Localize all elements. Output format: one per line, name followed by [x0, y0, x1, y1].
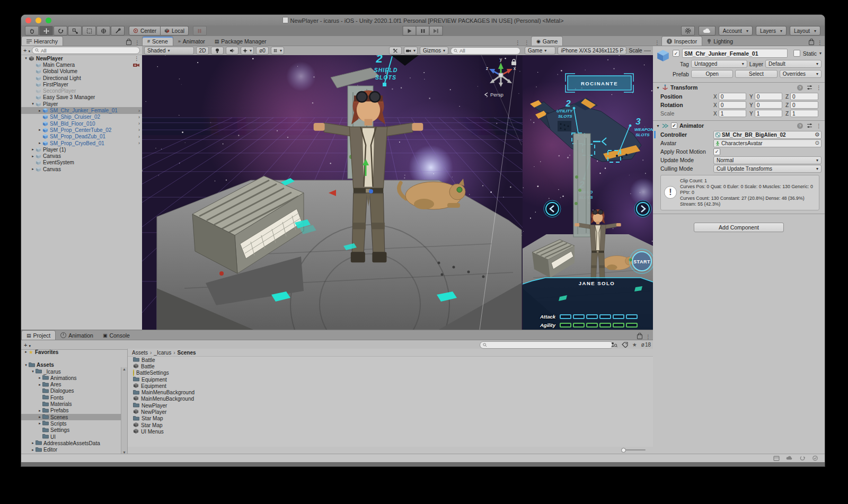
- create-asset-button[interactable]: + ▾: [24, 342, 31, 348]
- favorites-filter-icon[interactable]: ★: [632, 342, 637, 348]
- layers-dropdown[interactable]: Layers: [756, 26, 787, 36]
- hierarchy-item[interactable]: SecondPlayer › ⋮: [21, 87, 142, 94]
- next-character-button[interactable]: [634, 200, 651, 217]
- layer-dropdown[interactable]: Default▾: [765, 60, 822, 68]
- asset-item[interactable]: Equipment: [128, 383, 653, 389]
- activity-check-icon[interactable]: [812, 455, 818, 461]
- prev-character-button[interactable]: [544, 200, 561, 217]
- rect-tool-button[interactable]: [82, 26, 96, 36]
- tree-scrollbar[interactable]: ▲▼: [121, 367, 127, 454]
- foldout-arrow-icon[interactable]: [30, 154, 36, 158]
- tab-animation[interactable]: Animation: [56, 331, 98, 340]
- project-tree-item[interactable]: Dialogues: [21, 388, 127, 394]
- project-tree-item[interactable]: Animations: [21, 375, 127, 381]
- tag-dropdown[interactable]: Untagged▾: [691, 60, 747, 68]
- tab-inspector[interactable]: i Inspector: [661, 36, 702, 46]
- hierarchy-item[interactable]: EventSystem › ⋮: [21, 160, 142, 166]
- foldout-arrow-icon[interactable]: [37, 128, 42, 132]
- component-menu-icon[interactable]: ⋮: [816, 85, 822, 91]
- scene-search-input[interactable]: All: [450, 47, 520, 55]
- avatar-field[interactable]: CharactersAvatar ⊙: [713, 139, 822, 147]
- tab-game[interactable]: ◉Game: [531, 36, 563, 46]
- axis-label[interactable]: X: [713, 111, 717, 117]
- project-tree-item[interactable]: AddressableAssetsData: [21, 440, 127, 446]
- hierarchy-item[interactable]: Easy Save 3 Manager › ⋮: [21, 94, 142, 101]
- component-menu-icon[interactable]: ⋮: [816, 123, 822, 129]
- project-tree-item[interactable]: Settings: [21, 427, 127, 434]
- hierarchy-search-input[interactable]: All: [32, 47, 140, 54]
- hidden-count-badge[interactable]: 18: [641, 342, 651, 348]
- prefab-chevron-icon[interactable]: ›: [138, 127, 140, 132]
- project-tree-item[interactable]: Ares: [21, 381, 127, 387]
- transform-position-y-field[interactable]: 0: [755, 93, 782, 100]
- hierarchy-item[interactable]: SM_Ship_Cruiser_02 › ⋮: [21, 114, 142, 120]
- transform-tool-button[interactable]: [96, 26, 110, 36]
- axis-label[interactable]: Z: [785, 94, 789, 100]
- tab-scene[interactable]: #Scene: [142, 36, 173, 46]
- scene-lighting-toggle[interactable]: [211, 47, 224, 55]
- scene-camera-dropdown[interactable]: [404, 47, 418, 55]
- foldout-arrow-icon[interactable]: [23, 350, 29, 354]
- hierarchy-item[interactable]: Main Camera › ⋮: [21, 61, 142, 68]
- project-tree-item[interactable]: Editor: [21, 446, 127, 453]
- project-tree-item[interactable]: Assets: [21, 362, 127, 368]
- tab-console[interactable]: ▣Console: [98, 331, 135, 340]
- foldout-arrow-icon[interactable]: [37, 409, 42, 413]
- layout-dropdown[interactable]: Layout: [790, 26, 820, 36]
- object-name-field[interactable]: SM_Chr_Junker_Female_01: [682, 49, 788, 58]
- thumbnail-zoom-slider[interactable]: [621, 448, 646, 452]
- controller-field[interactable]: SM_Chr_BR_BigAlien_02 ⊙: [713, 131, 822, 139]
- asset-item[interactable]: Star Map: [128, 415, 653, 422]
- activity-box-icon[interactable]: [773, 455, 780, 461]
- axis-label[interactable]: Z: [785, 111, 789, 117]
- foldout-arrow-icon[interactable]: [30, 147, 36, 152]
- preferences-icon[interactable]: [681, 26, 695, 36]
- asset-item[interactable]: BattleSettings: [128, 370, 653, 376]
- foldout-arrow-icon[interactable]: [30, 441, 36, 445]
- hierarchy-item[interactable]: NewPlayer › ⋮: [21, 55, 142, 61]
- custom-tools-button[interactable]: [111, 26, 125, 36]
- lock-icon[interactable]: [126, 40, 131, 45]
- prefab-chevron-icon[interactable]: ›: [138, 140, 140, 146]
- axis-label[interactable]: X: [713, 94, 717, 100]
- panel-menu-icon[interactable]: ⋮: [817, 40, 823, 46]
- tab-animator[interactable]: »Animator: [173, 37, 210, 46]
- prefab-cube-icon[interactable]: [656, 49, 670, 63]
- breadcrumb-item[interactable]: _Icarus: [154, 350, 171, 356]
- display-dropdown[interactable]: Game: [525, 47, 555, 55]
- component-enabled-checkbox[interactable]: ✓: [671, 122, 677, 129]
- transform-rotation-y-field[interactable]: 0: [755, 101, 782, 109]
- prefab-chevron-icon[interactable]: ›: [138, 108, 140, 113]
- panel-menu-icon[interactable]: ⋮: [513, 40, 523, 46]
- step-button[interactable]: [429, 26, 443, 36]
- scene-viewport[interactable]: 2 SHIELD SLOTS y x z: [142, 55, 523, 330]
- asset-item[interactable]: NewPlayer: [128, 402, 653, 409]
- help-icon[interactable]: ?: [797, 123, 803, 129]
- update-mode-dropdown[interactable]: Normal▾: [713, 156, 822, 164]
- tab-project[interactable]: ▤Project: [21, 330, 56, 340]
- gizmos-dropdown[interactable]: Gizmos: [420, 47, 448, 55]
- hidden-objects-count[interactable]: 0: [256, 47, 269, 55]
- transform-component-header[interactable]: ▼ Transform ?⋮: [653, 82, 825, 92]
- animator-component-header[interactable]: ▼ ✓ Animator ?⋮: [653, 120, 825, 130]
- help-icon[interactable]: ?: [797, 85, 803, 91]
- project-tree-item[interactable]: Scripts: [21, 420, 127, 427]
- foldout-arrow-icon[interactable]: [30, 167, 36, 171]
- hierarchy-item[interactable]: Directional Light › ⋮: [21, 75, 142, 81]
- hierarchy-item[interactable]: Player › ⋮: [21, 101, 142, 107]
- hierarchy-item[interactable]: SM_Prop_CryoBed_01 › ⋮: [21, 140, 142, 146]
- add-component-button[interactable]: Add Component: [694, 223, 784, 232]
- cloud-collab-icon[interactable]: [699, 26, 716, 36]
- foldout-arrow-icon[interactable]: [37, 421, 42, 426]
- rotate-tool-button[interactable]: [54, 26, 67, 36]
- asset-item[interactable]: UI Menus: [128, 428, 653, 435]
- search-by-type-icon[interactable]: [611, 342, 617, 348]
- activity-cloud-icon[interactable]: [786, 455, 793, 461]
- transform-scale-x-field[interactable]: 1: [719, 110, 746, 117]
- project-tree-item[interactable]: Prefabs: [21, 408, 127, 414]
- asset-item[interactable]: Star Map: [128, 422, 653, 428]
- culling-mode-dropdown[interactable]: Cull Update Transforms▾: [713, 165, 822, 173]
- static-checkbox[interactable]: [793, 50, 800, 57]
- hand-tool-button[interactable]: [25, 26, 39, 36]
- static-dropdown-icon[interactable]: ▾: [819, 51, 822, 56]
